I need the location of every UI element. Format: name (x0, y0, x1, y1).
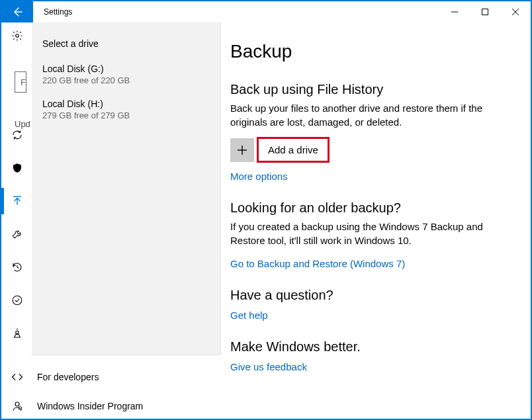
nav-for-developers[interactable]: For developers (1, 364, 221, 390)
drive-option-h[interactable]: Local Disk (H:) 279 GB free of 279 GB (32, 92, 220, 127)
shield-icon (11, 162, 23, 174)
wrench-icon (11, 228, 23, 240)
nav-rail (1, 22, 33, 419)
drive-name: Local Disk (G:) (42, 63, 210, 74)
sync-icon (11, 129, 23, 141)
add-drive-label: Add a drive (268, 144, 318, 155)
insider-icon (1, 393, 33, 419)
better-heading: Make Windows better. (230, 339, 515, 355)
settings-home-icon[interactable] (1, 22, 33, 49)
window-controls (439, 1, 531, 22)
drive-free: 279 GB free of 279 GB (42, 110, 210, 120)
add-drive-button[interactable] (230, 138, 254, 162)
close-icon (512, 9, 519, 15)
nav-windows-update[interactable] (1, 122, 33, 148)
window-title: Settings (33, 1, 439, 22)
nav-activation[interactable] (1, 287, 33, 314)
check-circle-icon (11, 294, 23, 306)
main-content: Backup Back up using File History Back u… (221, 22, 531, 419)
nav-for-developers-label: For developers (33, 372, 99, 382)
maximize-button[interactable] (470, 1, 500, 22)
nav-windows-insider-label: Windows Insider Program (33, 401, 143, 411)
backup-arrow-icon (11, 195, 23, 207)
add-drive-label-highlight: Add a drive (257, 137, 330, 163)
minimize-button[interactable] (439, 1, 470, 22)
file-history-desc: Back up your files to another drive and … (230, 101, 515, 129)
maximize-icon (482, 9, 488, 15)
history-icon (11, 261, 23, 273)
nav-recovery[interactable] (1, 254, 33, 280)
nav-backup[interactable] (1, 188, 33, 214)
drive-free: 220 GB free of 220 GB (42, 75, 210, 85)
back-button[interactable] (1, 1, 33, 22)
plus-icon (237, 145, 247, 155)
gear-icon (11, 30, 23, 42)
close-button[interactable] (500, 1, 531, 22)
more-options-link[interactable]: More options (230, 171, 288, 182)
drive-name: Local Disk (H:) (42, 99, 210, 109)
svg-point-6 (13, 296, 22, 305)
feedback-link[interactable]: Give us feedback (230, 361, 307, 372)
nav-windows-insider[interactable]: Windows Insider Program (1, 393, 221, 419)
svg-point-4 (16, 34, 19, 38)
question-heading: Have a question? (230, 288, 515, 303)
drive-option-g[interactable]: Local Disk (G:) 220 GB free of 220 GB (32, 57, 220, 92)
location-icon (11, 327, 23, 339)
title-bar: Settings (1, 1, 531, 22)
nav-troubleshoot[interactable] (1, 221, 33, 247)
older-backup-heading: Looking for an older backup? (230, 200, 515, 216)
flyout-header: Select a drive (32, 38, 220, 57)
minimize-icon (451, 9, 458, 15)
code-icon (1, 364, 33, 390)
svg-point-9 (15, 402, 19, 406)
arrow-left-icon (12, 7, 22, 17)
add-drive-row: Add a drive (230, 137, 515, 163)
file-history-heading: Back up using File History (230, 82, 515, 97)
page-title: Backup (230, 41, 515, 62)
nav-find-my-device[interactable] (1, 320, 33, 347)
backup-restore-link[interactable]: Go to Backup and Restore (Windows 7) (230, 258, 405, 269)
get-help-link[interactable]: Get help (230, 310, 268, 321)
svg-rect-1 (482, 9, 488, 15)
left-column: Fi Upd (1, 22, 221, 419)
svg-point-7 (16, 331, 19, 334)
nav-windows-security[interactable] (1, 155, 33, 181)
older-backup-desc: If you created a backup using the Window… (230, 220, 515, 247)
select-drive-flyout: Select a drive Local Disk (G:) 220 GB fr… (32, 22, 221, 355)
